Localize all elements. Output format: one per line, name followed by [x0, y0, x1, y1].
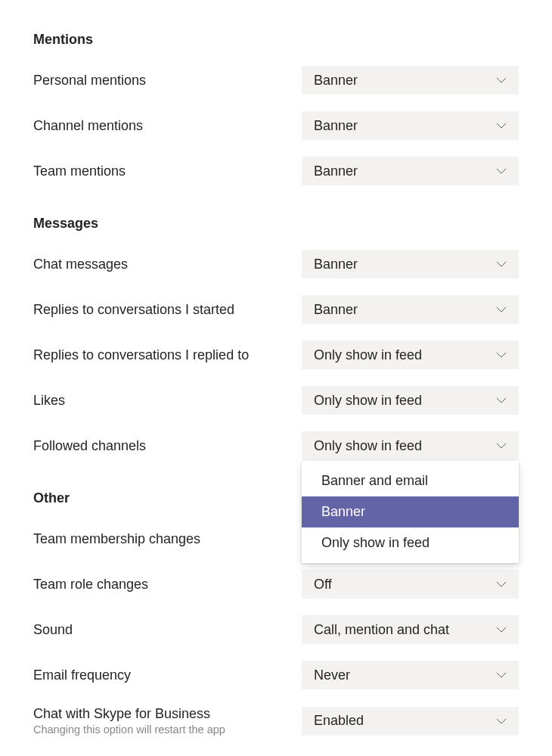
row-followed-channels: Followed channels Only show in feed Bann… [33, 431, 519, 460]
dropdown-followed-channels[interactable]: Only show in feed Banner and email Banne… [302, 431, 519, 460]
chevron-down-icon [495, 714, 508, 728]
dropdown-value: Never [314, 667, 350, 683]
row-replies-started: Replies to conversations I started Banne… [33, 295, 519, 324]
dropdown-replies-replied[interactable]: Only show in feed [302, 341, 519, 369]
dropdown-value: Call, mention and chat [314, 622, 449, 638]
chevron-down-icon [495, 257, 508, 271]
chevron-down-icon [495, 623, 508, 636]
dropdown-value: Enabled [314, 713, 364, 729]
row-replies-replied: Replies to conversations I replied to On… [33, 341, 519, 369]
label-email-frequency: Email frequency [33, 667, 131, 683]
dropdown-skype-business[interactable]: Enabled [302, 707, 519, 736]
label-likes: Likes [33, 393, 65, 409]
row-team-mentions: Team mentions Banner [33, 157, 519, 185]
section-messages: Messages Chat messages Banner Replies to… [33, 216, 519, 460]
label-membership-changes: Team membership changes [33, 531, 200, 547]
section-mentions: Mentions Personal mentions Banner Channe… [33, 32, 519, 185]
dropdown-likes[interactable]: Only show in feed [302, 386, 519, 415]
label-personal-mentions: Personal mentions [33, 73, 146, 89]
dropdown-value: Banner [314, 73, 358, 89]
dropdown-menu-followed-channels: Banner and email Banner Only show in fee… [302, 461, 519, 563]
dropdown-chat-messages[interactable]: Banner [302, 250, 519, 278]
row-channel-mentions: Channel mentions Banner [33, 111, 519, 140]
label-followed-channels: Followed channels [33, 438, 146, 454]
dropdown-replies-started[interactable]: Banner [302, 295, 519, 324]
label-replies-replied: Replies to conversations I replied to [33, 347, 249, 363]
dropdown-value: Only show in feed [314, 393, 422, 409]
row-likes: Likes Only show in feed [33, 386, 519, 415]
chevron-down-icon [495, 164, 508, 178]
label-role-changes: Team role changes [33, 577, 148, 593]
label-replies-started: Replies to conversations I started [33, 302, 234, 318]
row-chat-messages: Chat messages Banner [33, 250, 519, 278]
label-channel-mentions: Channel mentions [33, 118, 143, 134]
chevron-down-icon [495, 394, 508, 407]
chevron-down-icon [495, 303, 508, 316]
chevron-down-icon [495, 348, 508, 362]
sublabel-skype-business: Changing this option will restart the ap… [33, 723, 225, 736]
dropdown-option-banner-and-email[interactable]: Banner and email [302, 465, 519, 496]
row-email-frequency: Email frequency Never [33, 661, 519, 689]
chevron-down-icon [495, 439, 508, 453]
chevron-down-icon [495, 577, 508, 591]
dropdown-personal-mentions[interactable]: Banner [302, 66, 519, 95]
dropdown-email-frequency[interactable]: Never [302, 661, 519, 689]
dropdown-team-mentions[interactable]: Banner [302, 157, 519, 185]
row-sound: Sound Call, mention and chat [33, 615, 519, 644]
row-personal-mentions: Personal mentions Banner [33, 66, 519, 95]
heading-messages: Messages [33, 216, 519, 232]
label-team-mentions: Team mentions [33, 163, 126, 179]
chevron-down-icon [495, 119, 508, 132]
dropdown-role-changes[interactable]: Off [302, 570, 519, 599]
label-skype-business: Chat with Skype for Business [33, 706, 225, 722]
dropdown-value: Banner [314, 302, 358, 318]
dropdown-value: Banner [314, 163, 358, 179]
label-sound: Sound [33, 622, 73, 638]
dropdown-value: Only show in feed [314, 438, 422, 454]
heading-mentions: Mentions [33, 32, 519, 48]
label-chat-messages: Chat messages [33, 257, 128, 272]
dropdown-value: Banner [314, 257, 358, 272]
chevron-down-icon [495, 73, 508, 87]
dropdown-value: Only show in feed [314, 347, 422, 363]
chevron-down-icon [495, 668, 508, 682]
dropdown-value: Banner [314, 118, 358, 134]
row-skype-business: Chat with Skype for Business Changing th… [33, 706, 519, 736]
dropdown-sound[interactable]: Call, mention and chat [302, 615, 519, 644]
dropdown-option-only-show-in-feed[interactable]: Only show in feed [302, 527, 519, 558]
dropdown-channel-mentions[interactable]: Banner [302, 111, 519, 140]
dropdown-option-banner[interactable]: Banner [302, 496, 519, 527]
row-role-changes: Team role changes Off [33, 570, 519, 599]
dropdown-value: Off [314, 577, 332, 593]
label-col-skype: Chat with Skype for Business Changing th… [33, 706, 225, 736]
